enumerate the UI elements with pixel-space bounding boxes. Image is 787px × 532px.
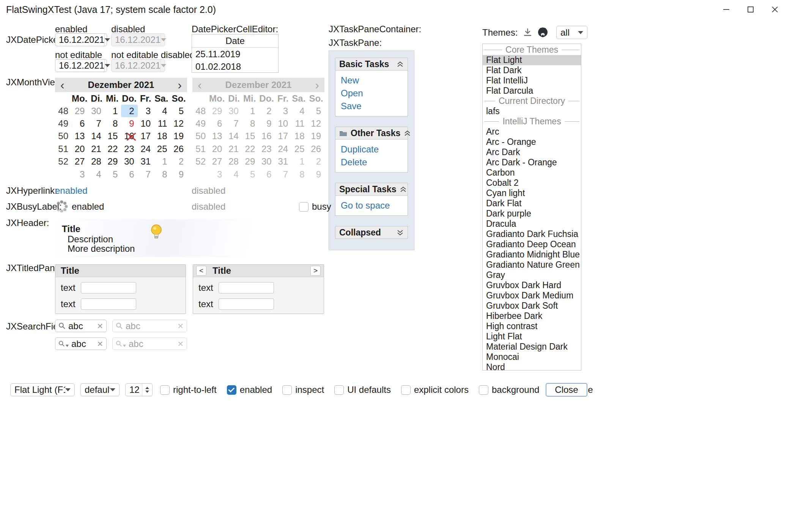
search-field-with-menu[interactable]: ✕ — [55, 337, 107, 350]
checkbox-option[interactable]: inspect — [282, 384, 324, 395]
chevron-up-icon[interactable] — [400, 186, 407, 193]
calendar-day-cell[interactable]: 30 — [88, 105, 104, 117]
calendar-day-cell[interactable]: 2 — [121, 105, 137, 117]
theme-list-item[interactable]: High contrast — [483, 321, 581, 331]
calendar-day-cell[interactable]: 15 — [105, 130, 121, 143]
calendar-day-cell[interactable]: 11 — [154, 117, 170, 130]
calendar-day-cell[interactable]: 20 — [72, 143, 88, 155]
text-field[interactable] — [81, 282, 136, 293]
task-pane-special-header[interactable]: Special Tasks — [335, 183, 408, 196]
theme-list-item[interactable]: Flat Light — [483, 55, 581, 65]
checkbox-option[interactable]: UI defaults — [334, 384, 391, 395]
left-arrow-button[interactable]: < — [196, 266, 206, 276]
calendar-day-cell[interactable]: 16 — [121, 130, 137, 143]
checkbox[interactable] — [401, 385, 411, 395]
theme-list-item[interactable]: Material Design Dark — [483, 342, 581, 352]
calendar-day-cell[interactable]: 26 — [171, 143, 187, 155]
search-input[interactable] — [71, 339, 94, 349]
calendar-day-cell[interactable]: 2 — [171, 155, 187, 168]
search-field[interactable]: ✕ — [55, 320, 107, 332]
calendar-day-cell[interactable] — [55, 168, 72, 180]
clear-icon[interactable]: ✕ — [97, 322, 103, 330]
calendar-day-cell[interactable]: 14 — [88, 130, 104, 143]
theme-list-item[interactable]: Flat Dark — [483, 65, 581, 75]
chevron-up-icon[interactable] — [404, 130, 411, 137]
calendar-day-cell[interactable]: 48 — [55, 105, 72, 117]
task-link[interactable]: Save — [341, 100, 402, 113]
theme-list-item[interactable]: Flat IntelliJ — [483, 75, 581, 86]
theme-list[interactable]: Core Themes Flat Light Flat Dark Flat In… — [482, 44, 581, 370]
prev-month-icon[interactable]: ‹ — [60, 79, 65, 91]
calendar-day-cell[interactable]: 29 — [105, 155, 121, 168]
theme-list-item[interactable]: Light Flat — [483, 331, 581, 342]
theme-list-item[interactable]: Monocai — [483, 352, 581, 362]
calendar-day-cell[interactable]: 31 — [138, 155, 154, 168]
chevron-up-icon[interactable] — [397, 61, 404, 67]
minimize-icon[interactable] — [714, 0, 738, 19]
calendar-day-cell[interactable]: 6 — [121, 168, 137, 180]
task-link[interactable]: Duplicate — [341, 143, 402, 156]
task-link[interactable]: New — [341, 74, 402, 87]
theme-list-item[interactable]: Gruvbox Dark Soft — [483, 301, 581, 311]
date-picker-dropdown-icon[interactable] — [104, 34, 110, 46]
calendar-day-cell[interactable]: 4 — [154, 105, 170, 117]
checkbox-option[interactable]: right-to-left — [160, 384, 217, 395]
theme-filter-combo[interactable]: all — [556, 26, 587, 39]
clear-icon[interactable]: ✕ — [97, 340, 103, 348]
task-pane-other-header[interactable]: Other Tasks — [335, 127, 408, 140]
calendar-day-cell[interactable]: 22 — [105, 143, 121, 155]
close-button[interactable]: Close — [546, 383, 587, 397]
checkbox-option[interactable]: background — [479, 384, 539, 395]
task-pane-basic-header[interactable]: Basic Tasks — [335, 58, 408, 71]
calendar-day-cell[interactable]: 3 — [72, 168, 88, 180]
date-table-row[interactable]: 01.02.2018 — [192, 60, 278, 73]
text-field[interactable] — [219, 282, 274, 293]
theme-list-item[interactable]: Nord — [483, 362, 581, 370]
calendar-day-cell[interactable]: 30 — [121, 155, 137, 168]
theme-list-item[interactable]: Arc Dark - Orange — [483, 157, 581, 168]
calendar-day-cell[interactable]: 3 — [138, 105, 154, 117]
task-link[interactable]: Open — [341, 87, 402, 100]
spinner-buttons[interactable] — [142, 384, 152, 396]
calendar-day-cell[interactable]: 7 — [138, 168, 154, 180]
calendar-day-cell[interactable]: 13 — [72, 130, 88, 143]
calendar-day-cell[interactable]: 18 — [154, 130, 170, 143]
text-field[interactable] — [219, 298, 274, 310]
calendar-day-cell[interactable]: 12 — [171, 117, 187, 130]
checkbox-option[interactable]: enabled — [227, 384, 272, 395]
checkbox[interactable] — [479, 385, 488, 395]
spinner-down-icon[interactable] — [145, 391, 149, 393]
hyperlink-enabled[interactable]: enabled — [55, 185, 87, 196]
search-input[interactable] — [68, 321, 94, 331]
theme-list-item[interactable]: Flat Darcula — [483, 86, 581, 96]
font-combo[interactable]: default — [80, 383, 120, 396]
calendar-day-cell[interactable]: 1 — [105, 105, 121, 117]
calendar-day-cell[interactable]: 24 — [138, 143, 154, 155]
theme-list-item[interactable]: Hiberbee Dark — [483, 311, 581, 321]
calendar-day-cell[interactable]: 21 — [88, 143, 104, 155]
theme-list-item[interactable]: Arc - Orange — [483, 137, 581, 147]
theme-list-item[interactable]: Cyan light — [483, 188, 581, 198]
close-window-icon[interactable] — [763, 0, 787, 19]
calendar-day-cell[interactable]: 5 — [105, 168, 121, 180]
theme-list-item[interactable]: Carbon — [483, 168, 581, 178]
theme-list-item[interactable]: Gradianto Nature Green — [483, 260, 581, 270]
checkbox-option[interactable]: explicit colors — [401, 384, 469, 395]
date-table-header[interactable]: Date — [192, 35, 278, 48]
checkbox[interactable] — [227, 385, 236, 395]
calendar-day-cell[interactable]: 50 — [55, 130, 72, 143]
download-icon[interactable] — [523, 27, 533, 38]
calendar-day-cell[interactable]: 29 — [72, 105, 88, 117]
theme-list-item[interactable]: Cobalt 2 — [483, 178, 581, 188]
calendar-day-cell[interactable]: 7 — [88, 117, 104, 130]
theme-list-item[interactable]: Gruvbox Dark Hard — [483, 280, 581, 290]
checkbox[interactable] — [334, 385, 344, 395]
calendar-day-cell[interactable]: 6 — [72, 117, 88, 130]
date-table-row[interactable]: 25.11.2019 — [192, 48, 278, 60]
date-picker-dropdown-icon[interactable] — [104, 60, 110, 72]
right-arrow-button[interactable]: > — [310, 266, 321, 276]
calendar-day-cell[interactable]: 28 — [88, 155, 104, 168]
maximize-icon[interactable] — [738, 0, 763, 19]
date-picker-enabled[interactable]: 16.12.2021 — [55, 33, 107, 46]
theme-list-item[interactable]: Dark purple — [483, 209, 581, 219]
